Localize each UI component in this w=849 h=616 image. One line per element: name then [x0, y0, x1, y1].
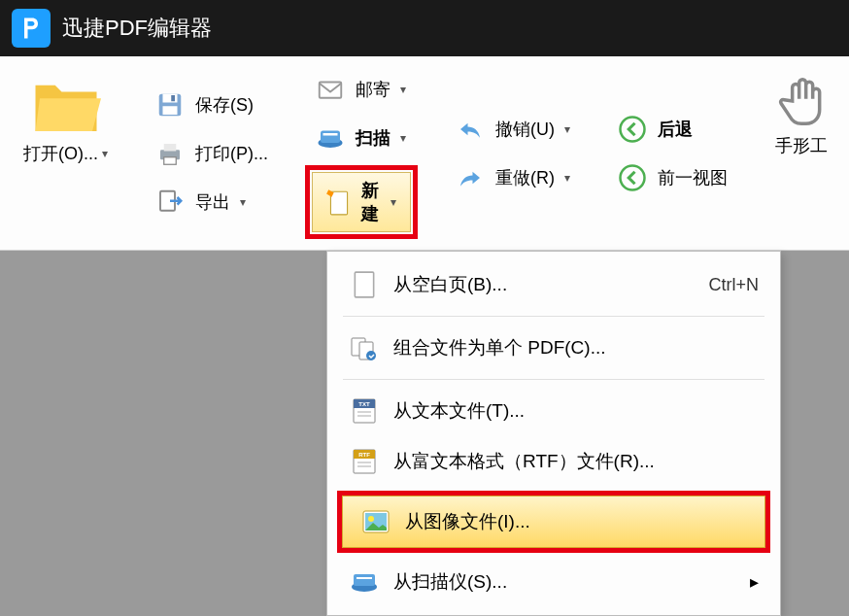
chevron-down-icon: ▾	[240, 195, 246, 209]
new-dropdown-menu: 从空白页(B)... Ctrl+N 组合文件为单个 PDF(C)... TXT …	[326, 251, 781, 616]
undo-icon	[455, 114, 486, 145]
prevview-label: 前一视图	[658, 166, 728, 189]
svg-rect-11	[323, 133, 338, 136]
pdf-logo-icon	[17, 15, 45, 42]
menu-blank-shortcut: Ctrl+N	[708, 275, 759, 295]
hand-icon	[774, 74, 829, 128]
menu-combine-label: 组合文件为单个 PDF(C)...	[393, 335, 759, 360]
undo-label: 撤销(U)	[495, 118, 555, 141]
svg-point-18	[366, 351, 376, 360]
menu-from-rtf[interactable]: RTF 从富文本格式（RTF）文件(R)...	[331, 436, 776, 487]
print-button[interactable]: 打印(P)...	[145, 132, 278, 175]
menu-from-text[interactable]: TXT 从文本文件(T)...	[331, 386, 776, 436]
app-title: 迅捷PDF编辑器	[62, 14, 212, 43]
chevron-down-icon: ▾	[400, 83, 406, 96]
image-file-icon	[360, 506, 391, 537]
menu-text-label: 从文本文件(T)...	[393, 398, 759, 424]
back-icon	[617, 114, 648, 145]
svg-rect-34	[357, 577, 372, 579]
save-label: 保存(S)	[195, 93, 254, 117]
menu-blank-label: 从空白页(B)...	[393, 272, 695, 297]
menu-image-label: 从图像文件(I)...	[405, 509, 747, 534]
hand-button[interactable]: 手形工	[764, 68, 838, 163]
titlebar: 迅捷PDF编辑器	[0, 0, 849, 56]
svg-text:TXT: TXT	[358, 401, 370, 407]
open-button[interactable]: 打开(O)... ▾	[14, 68, 118, 171]
redo-button[interactable]: 重做(R) ▾	[445, 156, 580, 199]
svg-rect-1	[163, 93, 178, 102]
chevron-down-icon: ▾	[564, 171, 570, 185]
blank-page-icon	[349, 269, 380, 300]
menu-blank-page[interactable]: 从空白页(B)... Ctrl+N	[331, 259, 776, 310]
back-button[interactable]: 后退	[607, 108, 737, 151]
new-doc-icon	[326, 188, 352, 216]
prevview-button[interactable]: 前一视图	[607, 156, 737, 199]
rtf-icon: RTF	[349, 446, 380, 477]
mail-button[interactable]: 邮寄 ▾	[305, 68, 418, 111]
app-logo	[12, 9, 51, 48]
combine-icon	[349, 332, 380, 363]
chevron-down-icon: ▾	[400, 131, 406, 145]
svg-point-31	[368, 516, 374, 522]
menu-scanner-label: 从扫描仪(S)...	[393, 569, 736, 595]
nav-group: 后退 前一视图	[599, 64, 745, 242]
svg-rect-10	[321, 130, 340, 143]
menu-from-scanner[interactable]: 从扫描仪(S)... ▸	[331, 557, 776, 607]
back-label: 后退	[658, 118, 693, 141]
export-button[interactable]: 导出 ▾	[145, 181, 278, 223]
svg-point-14	[621, 165, 645, 189]
redo-label: 重做(R)	[495, 166, 555, 189]
chevron-down-icon: ▾	[102, 147, 108, 160]
menu-combine[interactable]: 组合文件为单个 PDF(C)...	[331, 323, 776, 373]
svg-rect-33	[354, 574, 375, 586]
mail-icon	[315, 74, 346, 105]
folder-open-icon	[31, 74, 101, 136]
open-label: 打开(O)... ▾	[23, 142, 108, 165]
toolbar: 打开(O)... ▾ 保存(S) 打印(P)... 导出 ▾	[0, 56, 849, 251]
scan-button[interactable]: 扫描 ▾	[305, 117, 418, 159]
new-button[interactable]: 新建 ▾	[312, 172, 411, 232]
menu-from-image[interactable]: 从图像文件(I)...	[342, 496, 765, 548]
hand-label: 手形工	[775, 134, 828, 157]
print-label: 打印(P)...	[195, 142, 268, 165]
redo-icon	[455, 162, 486, 193]
submenu-arrow-icon: ▸	[750, 571, 759, 593]
file-group: 保存(S) 打印(P)... 导出 ▾	[137, 64, 286, 242]
printer-icon	[154, 138, 186, 169]
hand-group: 手形工	[757, 64, 846, 242]
svg-rect-3	[163, 106, 178, 115]
svg-rect-8	[320, 82, 342, 97]
scanner-icon	[315, 122, 346, 154]
chevron-down-icon: ▾	[564, 122, 570, 136]
undo-button[interactable]: 撤销(U) ▾	[445, 108, 580, 151]
svg-rect-5	[164, 144, 177, 152]
menu-rtf-label: 从富文本格式（RTF）文件(R)...	[393, 449, 759, 474]
save-icon	[154, 89, 186, 120]
txt-icon: TXT	[349, 395, 380, 427]
export-label: 导出	[195, 190, 230, 214]
menu-separator	[343, 316, 764, 317]
save-button[interactable]: 保存(S)	[145, 84, 278, 126]
svg-rect-6	[164, 156, 177, 164]
svg-rect-15	[355, 272, 373, 297]
svg-point-13	[621, 117, 645, 141]
open-group: 打开(O)... ▾	[6, 64, 125, 242]
menu-separator	[343, 379, 764, 380]
scanner-menu-icon	[349, 566, 380, 598]
history-group: 撤销(U) ▾ 重做(R) ▾	[437, 64, 588, 242]
create-group: 邮寄 ▾ 扫描 ▾ 新建 ▾	[297, 64, 425, 242]
svg-rect-12	[330, 191, 347, 215]
new-label: 新建	[361, 179, 381, 225]
export-icon	[154, 187, 186, 218]
svg-rect-2	[171, 95, 175, 101]
svg-text:RTF: RTF	[358, 452, 370, 458]
menu-image-highlight: 从图像文件(I)...	[337, 491, 770, 553]
chevron-down-icon: ▾	[391, 195, 396, 209]
prevview-icon	[617, 162, 648, 193]
mail-label: 邮寄	[356, 78, 391, 101]
scan-label: 扫描	[356, 126, 391, 150]
new-highlight: 新建 ▾	[305, 165, 418, 239]
